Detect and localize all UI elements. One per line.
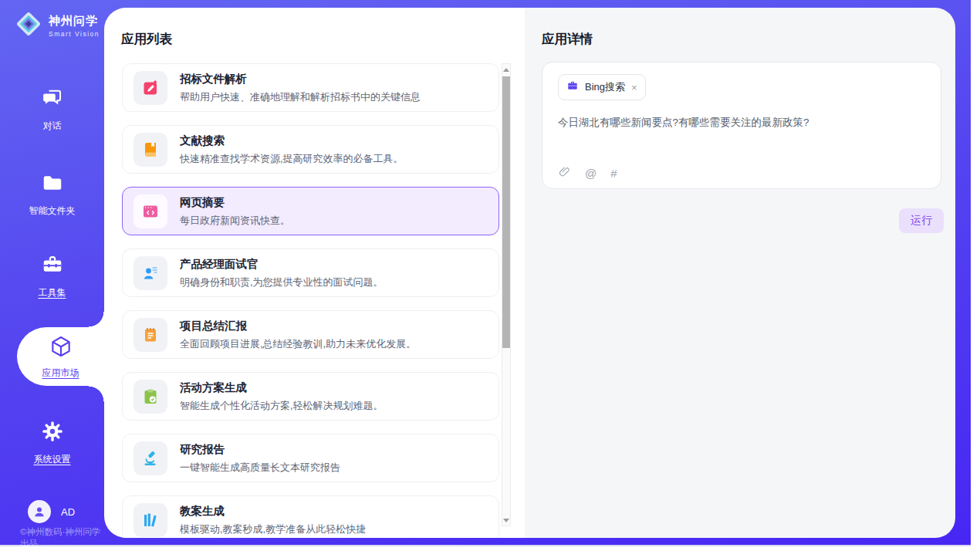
app-desc: 模板驱动,教案秒成,教学准备从此轻松快捷 (180, 522, 366, 536)
scrollbar-thumb[interactable] (502, 76, 510, 348)
app-card-lesson-plan[interactable]: 教案生成 模板驱动,教案秒成,教学准备从此轻松快捷 (122, 495, 499, 538)
mention-at-icon[interactable]: @ (585, 167, 596, 180)
app-desc: 全面回顾项目进展,总结经验教训,助力未来优化发展。 (180, 337, 416, 351)
query-input[interactable]: 今日湖北有哪些新闻要点?有哪些需要关注的最新政策? (558, 115, 921, 130)
sidebar-item-app-market-active[interactable]: 应用市场 (17, 327, 104, 386)
paperclip-icon[interactable] (558, 165, 571, 181)
app-list-title: 应用列表 (121, 31, 172, 48)
app-card-web-summary-selected[interactable]: 网页摘要 每日政府新闻资讯快查。 (122, 187, 499, 235)
input-toolbar: @ # (558, 165, 617, 181)
sidebar-item-label: 智能文件夹 (29, 205, 76, 218)
briefcase-icon (566, 79, 579, 95)
bubble-curve-bottom (89, 386, 104, 401)
toolbox-icon (41, 253, 64, 279)
app-name: 网页摘要 (180, 195, 290, 210)
brand-text: 神州问学 Smart Vision (49, 14, 100, 38)
avatar (28, 500, 51, 523)
tool-tag-bing-search[interactable]: Bing搜索 × (558, 74, 646, 100)
sidebar-item-label: 工具集 (39, 286, 66, 299)
sidebar-item-settings[interactable]: 系统设置 (0, 420, 104, 466)
bubble-curve-top (89, 312, 104, 327)
clipboard-check-icon (133, 380, 167, 414)
app-card-pm-interviewer[interactable]: 产品经理面试官 明确身份和职责,为您提供专业性的面试问题。 (122, 248, 499, 297)
folder-icon (41, 171, 64, 198)
app-desc: 明确身份和职责,为您提供专业性的面试问题。 (180, 276, 384, 289)
app-name: 项目总结汇报 (180, 319, 416, 333)
app-card-literature-search[interactable]: 文献搜索 快速精准查找学术资源,提高研究效率的必备工具。 (122, 125, 499, 174)
sidebar-item-toolset[interactable]: 工具集 (0, 253, 104, 299)
chat-icon (41, 86, 64, 113)
sidebar-item-chat[interactable]: 对话 (0, 86, 104, 133)
sidebar: 神州问学 Smart Vision 对话 智能文件夹 (0, 0, 104, 546)
app-detail-panel: 应用详情 Bing搜索 × 今日湖北有哪些新闻要点?有哪些需要关注的最新政策? (525, 8, 955, 538)
microscope-icon (133, 441, 167, 475)
app-list-scrollbar[interactable] (502, 63, 511, 526)
app-desc: 每日政府新闻资讯快查。 (180, 214, 290, 228)
app-name: 研究报告 (180, 442, 340, 457)
sidebar-item-label: 对话 (43, 120, 62, 133)
app-card-project-summary[interactable]: 项目总结汇报 全面回顾项目进展,总结经验教训,助力未来优化发展。 (122, 310, 499, 359)
document-edit-icon (133, 71, 167, 105)
prompt-input-card: Bing搜索 × 今日湖北有哪些新闻要点?有哪些需要关注的最新政策? @ # (542, 62, 941, 189)
notepad-icon (133, 318, 167, 352)
app-window: 神州问学 Smart Vision 对话 智能文件夹 (0, 0, 980, 551)
books-icon (133, 503, 167, 537)
brand: 神州问学 Smart Vision (14, 9, 100, 42)
app-cards: 招标文件解析 帮助用户快速、准确地理解和解析招标书中的关键信息 文献搜索 快速精… (122, 63, 499, 538)
hash-icon[interactable]: # (610, 167, 617, 180)
app-desc: 帮助用户快速、准确地理解和解析招标书中的关键信息 (180, 90, 421, 104)
brand-name: 神州问学 (49, 14, 100, 29)
app-list-panel: 应用列表 招标文件解析 帮助用户快速、准确地理解和解析招标书中的关键信息 (104, 8, 525, 538)
interviewer-icon (133, 256, 167, 290)
cube-icon (49, 334, 73, 362)
close-icon[interactable]: × (631, 83, 637, 93)
sidebar-item-label: 系统设置 (34, 453, 71, 466)
app-desc: 一键智能生成高质量长文本研究报告 (180, 461, 340, 475)
app-card-research-report[interactable]: 研究报告 一键智能生成高质量长文本研究报告 (122, 434, 499, 482)
scroll-down-arrow[interactable] (502, 515, 510, 526)
copyright-text: ©神州数码·神州问学出品 (20, 526, 104, 549)
diamond-logo-icon (14, 9, 43, 42)
app-card-bid-document-parse[interactable]: 招标文件解析 帮助用户快速、准确地理解和解析招标书中的关键信息 (122, 63, 499, 112)
sidebar-item-smart-folder[interactable]: 智能文件夹 (0, 171, 104, 218)
browser-code-icon (133, 194, 167, 228)
app-desc: 快速精准查找学术资源,提高研究效率的必备工具。 (180, 152, 404, 166)
sidebar-item-label: 应用市场 (42, 367, 79, 380)
run-button[interactable]: 运行 (899, 208, 944, 233)
app-name: 文献搜索 (180, 134, 404, 148)
brand-subtitle: Smart Vision (49, 30, 100, 38)
app-name: 招标文件解析 (180, 72, 421, 86)
app-card-event-plan[interactable]: 活动方案生成 智能生成个性化活动方案,轻松解决规划难题。 (122, 372, 499, 421)
app-name: 教案生成 (180, 504, 366, 519)
app-name: 产品经理面试官 (180, 257, 384, 272)
app-name: 活动方案生成 (180, 380, 384, 395)
app-detail-title: 应用详情 (542, 31, 593, 48)
gear-icon (41, 420, 64, 446)
scroll-up-arrow[interactable] (502, 64, 510, 75)
app-desc: 智能生成个性化活动方案,轻松解决规划难题。 (180, 399, 384, 413)
user-name: AD (61, 506, 75, 518)
user-account[interactable]: AD (28, 500, 75, 523)
tool-tag-label: Bing搜索 (585, 80, 625, 94)
book-icon (133, 133, 167, 167)
